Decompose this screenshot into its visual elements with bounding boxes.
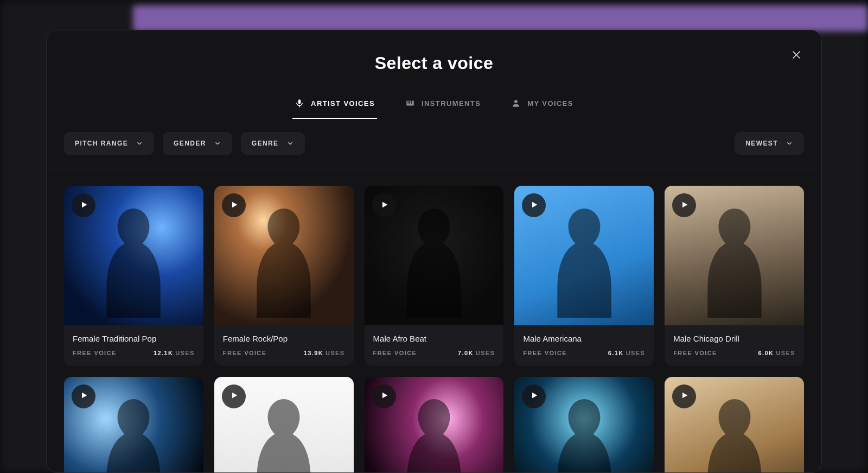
tab-label: MY VOICES bbox=[527, 99, 573, 108]
background-purple-bar bbox=[133, 5, 868, 31]
voice-uses-label: USES bbox=[776, 350, 795, 356]
voice-thumbnail bbox=[64, 377, 203, 472]
svg-point-6 bbox=[514, 100, 518, 103]
voice-tag: FREE VOICE bbox=[523, 350, 567, 356]
sort-button[interactable]: NEWEST bbox=[735, 132, 804, 155]
voice-card-body: Female Traditional PopFREE VOICE12.1KUSE… bbox=[64, 325, 203, 366]
voice-uses: 7.0KUSES bbox=[458, 350, 495, 356]
voice-thumbnail bbox=[214, 377, 354, 472]
filter-label: PITCH RANGE bbox=[75, 140, 128, 147]
voice-meta: FREE VOICE13.9KUSES bbox=[223, 350, 345, 356]
tab-bar: ARTIST VOICES INSTRUMENTS MY VOICES bbox=[47, 91, 821, 119]
voice-card[interactable]: Female Rock/PopFREE VOICE13.9KUSES bbox=[214, 186, 354, 366]
voice-uses: 6.1KUSES bbox=[608, 350, 645, 356]
filter-genre[interactable]: GENRE bbox=[241, 132, 305, 155]
voice-card[interactable] bbox=[665, 377, 804, 472]
voice-card[interactable]: Female Traditional PopFREE VOICE12.1KUSE… bbox=[64, 186, 203, 366]
voice-uses-count: 7.0K bbox=[458, 350, 474, 356]
chevron-down-icon bbox=[786, 140, 793, 147]
voice-thumbnail bbox=[665, 377, 804, 472]
voice-thumbnail bbox=[665, 186, 804, 325]
play-icon bbox=[79, 200, 88, 211]
voice-meta: FREE VOICE7.0KUSES bbox=[373, 350, 495, 356]
voice-uses-label: USES bbox=[326, 350, 345, 356]
play-button[interactable] bbox=[222, 384, 246, 408]
play-icon bbox=[379, 200, 389, 211]
close-button[interactable] bbox=[789, 48, 804, 63]
tab-instruments[interactable]: INSTRUMENTS bbox=[403, 91, 483, 119]
voice-title: Male Americana bbox=[523, 334, 645, 343]
voice-card[interactable] bbox=[514, 377, 654, 472]
voice-card[interactable] bbox=[64, 377, 203, 472]
modal-header: Select a voice ARTIST VOICES INSTRUMENTS bbox=[47, 30, 821, 119]
piano-icon bbox=[405, 98, 415, 108]
chevron-down-icon bbox=[214, 140, 221, 147]
voice-thumbnail bbox=[514, 186, 654, 325]
play-button[interactable] bbox=[72, 193, 95, 217]
filter-label: GENRE bbox=[252, 140, 279, 147]
play-button[interactable] bbox=[72, 384, 95, 408]
chevron-down-icon bbox=[286, 140, 294, 147]
voice-card[interactable] bbox=[214, 377, 354, 472]
chevron-down-icon bbox=[136, 140, 143, 147]
voice-card[interactable]: Male Chicago DrillFREE VOICE6.0KUSES bbox=[665, 186, 804, 366]
modal-title: Select a voice bbox=[47, 53, 821, 73]
voice-card-body: Female Rock/PopFREE VOICE13.9KUSES bbox=[214, 325, 354, 366]
play-icon bbox=[79, 391, 88, 401]
voice-meta: FREE VOICE6.1KUSES bbox=[523, 350, 645, 356]
voice-thumbnail bbox=[514, 377, 654, 472]
voice-uses-count: 12.1K bbox=[154, 350, 173, 356]
voice-grid-wrapper[interactable]: Female Traditional PopFREE VOICE12.1KUSE… bbox=[47, 168, 821, 472]
close-icon bbox=[790, 49, 802, 62]
svg-rect-5 bbox=[411, 101, 412, 104]
voice-title: Female Rock/Pop bbox=[223, 334, 345, 343]
svg-rect-3 bbox=[407, 101, 409, 104]
voice-uses-label: USES bbox=[626, 350, 646, 356]
play-button[interactable] bbox=[222, 193, 246, 217]
tab-label: INSTRUMENTS bbox=[422, 99, 481, 108]
voice-card-body: Male Chicago DrillFREE VOICE6.0KUSES bbox=[665, 325, 804, 366]
svg-rect-4 bbox=[409, 101, 410, 104]
voice-tag: FREE VOICE bbox=[373, 350, 417, 356]
play-icon bbox=[229, 391, 239, 401]
voice-tag: FREE VOICE bbox=[73, 350, 117, 356]
voice-tag: FREE VOICE bbox=[673, 350, 717, 356]
play-button[interactable] bbox=[372, 193, 396, 217]
filters-row: PITCH RANGE GENDER GENRE NEWEST bbox=[47, 119, 821, 168]
voice-thumbnail bbox=[214, 186, 354, 325]
voice-meta: FREE VOICE12.1KUSES bbox=[73, 350, 195, 356]
play-button[interactable] bbox=[672, 384, 696, 408]
tab-my-voices[interactable]: MY VOICES bbox=[509, 91, 576, 119]
sort-label: NEWEST bbox=[745, 140, 778, 147]
play-icon bbox=[529, 200, 539, 211]
play-button[interactable] bbox=[372, 384, 396, 408]
voice-thumbnail bbox=[365, 186, 504, 325]
voice-card-body: Male Afro BeatFREE VOICE7.0KUSES bbox=[365, 325, 504, 366]
voice-card[interactable] bbox=[365, 377, 504, 472]
play-icon bbox=[229, 200, 239, 211]
play-icon bbox=[379, 391, 389, 401]
voice-title: Male Chicago Drill bbox=[673, 334, 795, 343]
voice-card[interactable]: Male Afro BeatFREE VOICE7.0KUSES bbox=[365, 186, 504, 366]
filter-gender[interactable]: GENDER bbox=[163, 132, 232, 155]
voice-uses-count: 6.1K bbox=[608, 350, 624, 356]
voice-uses-count: 13.9K bbox=[304, 350, 323, 356]
play-button[interactable] bbox=[672, 193, 696, 217]
filters-left: PITCH RANGE GENDER GENRE bbox=[64, 132, 305, 155]
voice-uses: 6.0KUSES bbox=[758, 350, 795, 356]
filter-label: GENDER bbox=[174, 140, 206, 147]
voice-uses: 12.1KUSES bbox=[154, 350, 195, 356]
voice-select-modal: Select a voice ARTIST VOICES INSTRUMENTS bbox=[46, 30, 822, 473]
play-icon bbox=[679, 200, 689, 211]
play-icon bbox=[679, 391, 689, 401]
play-button[interactable] bbox=[522, 384, 546, 408]
tab-artist-voices[interactable]: ARTIST VOICES bbox=[292, 91, 377, 119]
voice-uses-label: USES bbox=[476, 350, 495, 356]
voice-title: Female Traditional Pop bbox=[73, 334, 195, 343]
voice-thumbnail bbox=[64, 186, 203, 325]
microphone-icon bbox=[295, 98, 304, 108]
voice-card[interactable]: Male AmericanaFREE VOICE6.1KUSES bbox=[514, 186, 654, 366]
filter-pitch-range[interactable]: PITCH RANGE bbox=[64, 132, 154, 155]
voice-tag: FREE VOICE bbox=[223, 350, 267, 356]
play-icon bbox=[529, 391, 539, 401]
